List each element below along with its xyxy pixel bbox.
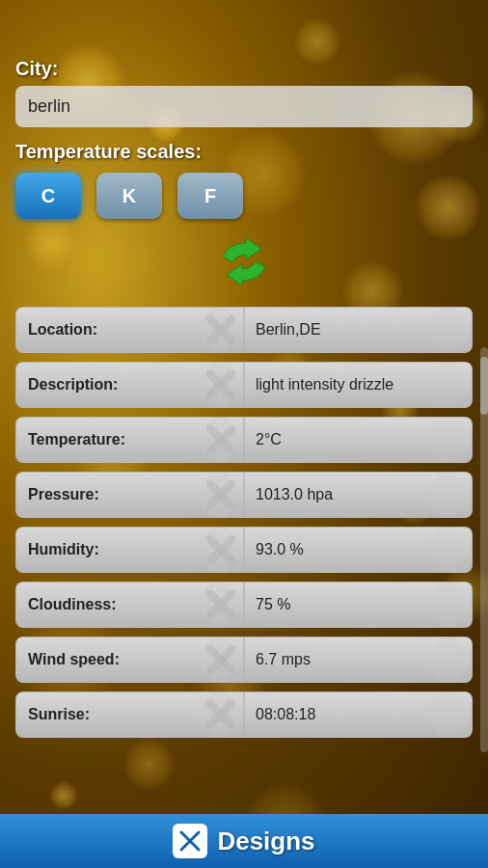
table-row: Pressure:1013.0 hpa bbox=[15, 472, 473, 518]
weather-value-text-6: 6.7 mps bbox=[256, 651, 311, 667]
weather-value-text-2: 2°C bbox=[256, 431, 282, 448]
weather-label-text-7: Sunrise: bbox=[28, 706, 90, 722]
temp-scales-label: Temperature scales: bbox=[15, 141, 473, 163]
weather-label-3: Pressure: bbox=[15, 472, 244, 518]
weather-value-text-3: 1013.0 hpa bbox=[256, 486, 333, 502]
weather-value-0: Berlin,DE bbox=[244, 307, 473, 353]
refresh-button[interactable] bbox=[215, 235, 273, 288]
weather-value-6: 6.7 mps bbox=[244, 637, 473, 683]
table-row: Description:light intensity drizzle bbox=[15, 362, 473, 408]
bottom-bar[interactable]: Designs bbox=[0, 814, 488, 868]
weather-label-5: Cloudiness: bbox=[15, 582, 244, 628]
refresh-area bbox=[15, 232, 473, 290]
weather-value-3: 1013.0 hpa bbox=[244, 472, 473, 518]
weather-label-text-4: Humidity: bbox=[28, 541, 99, 557]
weather-table: Location:Berlin,DEDescription:light inte… bbox=[15, 304, 473, 746]
scale-f-button[interactable]: F bbox=[177, 173, 243, 219]
designs-label: Designs bbox=[217, 827, 314, 856]
table-row: Cloudiness:75 % bbox=[15, 582, 473, 628]
city-input[interactable] bbox=[15, 86, 473, 127]
table-row: Location:Berlin,DE bbox=[15, 307, 473, 353]
table-row: Temperature:2°C bbox=[15, 417, 473, 463]
weather-value-1: light intensity drizzle bbox=[244, 362, 473, 408]
weather-label-4: Humidity: bbox=[15, 527, 244, 573]
scale-c-button[interactable]: C bbox=[15, 173, 81, 219]
table-row: Wind speed:6.7 mps bbox=[15, 637, 473, 683]
weather-value-2: 2°C bbox=[244, 417, 473, 463]
weather-label-text-0: Location: bbox=[28, 321, 97, 338]
city-label: City: bbox=[15, 58, 473, 80]
weather-label-0: Location: bbox=[15, 307, 244, 353]
main-content: City: Temperature scales: C K F Location… bbox=[0, 0, 488, 746]
weather-label-text-2: Temperature: bbox=[28, 431, 125, 448]
designs-icon bbox=[173, 824, 207, 858]
weather-value-4: 93.0 % bbox=[244, 527, 473, 573]
weather-value-text-1: light intensity drizzle bbox=[256, 376, 393, 393]
weather-value-5: 75 % bbox=[244, 582, 473, 628]
table-row: Sunrise:08:08:18 bbox=[15, 692, 473, 738]
scale-k-button[interactable]: K bbox=[96, 173, 162, 219]
table-row: Humidity:93.0 % bbox=[15, 527, 473, 573]
weather-label-7: Sunrise: bbox=[15, 692, 244, 738]
weather-value-7: 08:08:18 bbox=[244, 692, 473, 738]
weather-label-text-5: Cloudiness: bbox=[28, 596, 117, 612]
weather-value-text-7: 08:08:18 bbox=[256, 706, 315, 722]
weather-label-text-3: Pressure: bbox=[28, 486, 99, 502]
weather-label-text-1: Description: bbox=[28, 376, 118, 393]
weather-label-text-6: Wind speed: bbox=[28, 651, 120, 667]
weather-value-text-0: Berlin,DE bbox=[256, 321, 321, 338]
weather-label-6: Wind speed: bbox=[15, 637, 244, 683]
weather-label-1: Description: bbox=[15, 362, 244, 408]
weather-value-text-5: 75 % bbox=[256, 596, 290, 612]
weather-value-text-4: 93.0 % bbox=[256, 541, 304, 557]
weather-label-2: Temperature: bbox=[15, 417, 244, 463]
scale-buttons-group: C K F bbox=[15, 173, 473, 219]
